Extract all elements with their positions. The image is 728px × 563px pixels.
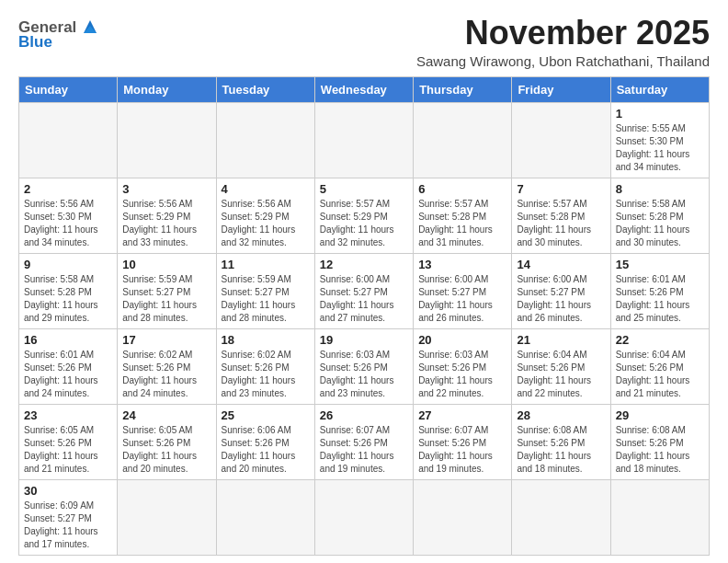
day-number: 5 [320, 182, 408, 196]
calendar-cell: 24Sunrise: 6:05 AMSunset: 5:26 PMDayligh… [118, 404, 216, 479]
weekday-header-friday: Friday [512, 76, 610, 102]
day-info: Sunrise: 6:05 AMSunset: 5:26 PMDaylight:… [24, 424, 112, 476]
calendar-cell: 1Sunrise: 5:55 AMSunset: 5:30 PMDaylight… [610, 102, 709, 178]
day-info: Sunrise: 6:01 AMSunset: 5:26 PMDaylight:… [616, 273, 704, 325]
day-info: Sunrise: 6:02 AMSunset: 5:26 PMDaylight:… [222, 349, 310, 400]
day-number: 8 [616, 182, 704, 196]
calendar-cell: 9Sunrise: 5:58 AMSunset: 5:28 PMDaylight… [19, 253, 118, 328]
month-title: November 2025 [416, 15, 710, 52]
weekday-header-monday: Monday [118, 76, 216, 102]
day-number: 15 [616, 258, 704, 271]
day-info: Sunrise: 6:04 AMSunset: 5:26 PMDaylight:… [517, 349, 605, 400]
day-number: 20 [418, 333, 506, 347]
logo-container: General Blue [18, 18, 100, 52]
day-info: Sunrise: 6:07 AMSunset: 5:26 PMDaylight:… [320, 424, 408, 476]
calendar-cell: 30Sunrise: 6:09 AMSunset: 5:27 PMDayligh… [19, 479, 118, 555]
day-info: Sunrise: 5:57 AMSunset: 5:28 PMDaylight:… [517, 198, 605, 249]
calendar-cell [414, 479, 512, 555]
day-info: Sunrise: 6:03 AMSunset: 5:26 PMDaylight:… [320, 349, 408, 400]
day-info: Sunrise: 6:05 AMSunset: 5:26 PMDaylight:… [122, 424, 210, 476]
day-number: 13 [418, 258, 506, 271]
calendar-cell: 13Sunrise: 6:00 AMSunset: 5:27 PMDayligh… [414, 253, 512, 328]
day-number: 4 [222, 182, 310, 196]
day-number: 2 [24, 182, 112, 196]
day-info: Sunrise: 5:56 AMSunset: 5:30 PMDaylight:… [24, 198, 112, 249]
weekday-header-thursday: Thursday [414, 76, 512, 102]
calendar-cell [314, 479, 413, 555]
day-info: Sunrise: 5:58 AMSunset: 5:28 PMDaylight:… [616, 198, 704, 249]
day-info: Sunrise: 6:08 AMSunset: 5:26 PMDaylight:… [616, 424, 704, 476]
calendar-cell [610, 479, 709, 555]
weekday-header-sunday: Sunday [19, 76, 118, 102]
day-number: 23 [24, 408, 112, 422]
calendar-cell: 2Sunrise: 5:56 AMSunset: 5:30 PMDaylight… [19, 178, 118, 253]
calendar-week-row: 2Sunrise: 5:56 AMSunset: 5:30 PMDaylight… [19, 178, 710, 253]
calendar-cell: 25Sunrise: 6:06 AMSunset: 5:26 PMDayligh… [216, 404, 314, 479]
calendar-cell: 22Sunrise: 6:04 AMSunset: 5:26 PMDayligh… [610, 328, 709, 404]
day-info: Sunrise: 6:03 AMSunset: 5:26 PMDaylight:… [418, 349, 506, 400]
day-info: Sunrise: 6:06 AMSunset: 5:26 PMDaylight:… [222, 424, 310, 476]
calendar-cell: 10Sunrise: 5:59 AMSunset: 5:27 PMDayligh… [118, 253, 216, 328]
calendar-cell [512, 102, 610, 178]
calendar-cell [512, 479, 610, 555]
day-number: 1 [616, 107, 704, 121]
day-info: Sunrise: 6:02 AMSunset: 5:26 PMDaylight:… [122, 349, 210, 400]
day-number: 6 [418, 182, 506, 196]
day-number: 27 [418, 408, 506, 422]
day-info: Sunrise: 6:04 AMSunset: 5:26 PMDaylight:… [616, 349, 704, 400]
subtitle: Sawang Wirawong, Ubon Ratchathani, Thail… [416, 53, 710, 69]
calendar-cell [118, 102, 216, 178]
day-number: 29 [616, 408, 704, 422]
day-number: 10 [122, 258, 210, 271]
day-number: 16 [24, 333, 112, 347]
day-info: Sunrise: 6:09 AMSunset: 5:27 PMDaylight:… [24, 500, 112, 551]
day-info: Sunrise: 5:57 AMSunset: 5:29 PMDaylight:… [320, 198, 408, 249]
day-number: 9 [24, 258, 112, 271]
day-number: 30 [24, 484, 112, 498]
calendar-table: SundayMondayTuesdayWednesdayThursdayFrid… [18, 76, 710, 556]
day-info: Sunrise: 5:55 AMSunset: 5:30 PMDaylight:… [616, 122, 704, 174]
day-number: 28 [517, 408, 605, 422]
logo-blue-triangle [80, 17, 100, 37]
title-area: November 2025 Sawang Wirawong, Ubon Ratc… [416, 15, 710, 69]
calendar-cell: 3Sunrise: 5:56 AMSunset: 5:29 PMDaylight… [118, 178, 216, 253]
day-info: Sunrise: 6:07 AMSunset: 5:26 PMDaylight:… [418, 424, 506, 476]
calendar-cell: 29Sunrise: 6:08 AMSunset: 5:26 PMDayligh… [610, 404, 709, 479]
logo-area: General Blue [18, 15, 119, 65]
logo-blue-text: Blue [18, 33, 52, 52]
calendar-cell: 23Sunrise: 6:05 AMSunset: 5:26 PMDayligh… [19, 404, 118, 479]
day-number: 17 [122, 333, 210, 347]
calendar-cell [118, 479, 216, 555]
day-info: Sunrise: 6:08 AMSunset: 5:26 PMDaylight:… [517, 424, 605, 476]
day-number: 3 [122, 182, 210, 196]
calendar-cell: 4Sunrise: 5:56 AMSunset: 5:29 PMDaylight… [216, 178, 314, 253]
header: General Blue November 2025 Sawang Wirawo… [18, 15, 710, 69]
calendar-cell: 15Sunrise: 6:01 AMSunset: 5:26 PMDayligh… [610, 253, 709, 328]
day-number: 21 [517, 333, 605, 347]
day-info: Sunrise: 6:00 AMSunset: 5:27 PMDaylight:… [418, 273, 506, 325]
calendar-cell [216, 102, 314, 178]
calendar-week-row: 30Sunrise: 6:09 AMSunset: 5:27 PMDayligh… [19, 479, 710, 555]
day-number: 18 [222, 333, 310, 347]
day-info: Sunrise: 5:56 AMSunset: 5:29 PMDaylight:… [122, 198, 210, 249]
day-number: 24 [122, 408, 210, 422]
calendar-cell: 16Sunrise: 6:01 AMSunset: 5:26 PMDayligh… [19, 328, 118, 404]
day-number: 14 [517, 258, 605, 271]
day-number: 12 [320, 258, 408, 271]
calendar-cell: 14Sunrise: 6:00 AMSunset: 5:27 PMDayligh… [512, 253, 610, 328]
day-info: Sunrise: 6:01 AMSunset: 5:26 PMDaylight:… [24, 349, 112, 400]
weekday-header-saturday: Saturday [610, 76, 709, 102]
calendar-week-row: 16Sunrise: 6:01 AMSunset: 5:26 PMDayligh… [19, 328, 710, 404]
calendar-cell: 12Sunrise: 6:00 AMSunset: 5:27 PMDayligh… [314, 253, 413, 328]
day-number: 19 [320, 333, 408, 347]
day-number: 22 [616, 333, 704, 347]
calendar-cell [216, 479, 314, 555]
calendar-cell: 11Sunrise: 5:59 AMSunset: 5:27 PMDayligh… [216, 253, 314, 328]
calendar-cell: 28Sunrise: 6:08 AMSunset: 5:26 PMDayligh… [512, 404, 610, 479]
calendar-cell [314, 102, 413, 178]
calendar-week-row: 23Sunrise: 6:05 AMSunset: 5:26 PMDayligh… [19, 404, 710, 479]
day-info: Sunrise: 5:58 AMSunset: 5:28 PMDaylight:… [24, 273, 112, 325]
day-info: Sunrise: 5:59 AMSunset: 5:27 PMDaylight:… [222, 273, 310, 325]
weekday-header-tuesday: Tuesday [216, 76, 314, 102]
calendar-cell: 17Sunrise: 6:02 AMSunset: 5:26 PMDayligh… [118, 328, 216, 404]
